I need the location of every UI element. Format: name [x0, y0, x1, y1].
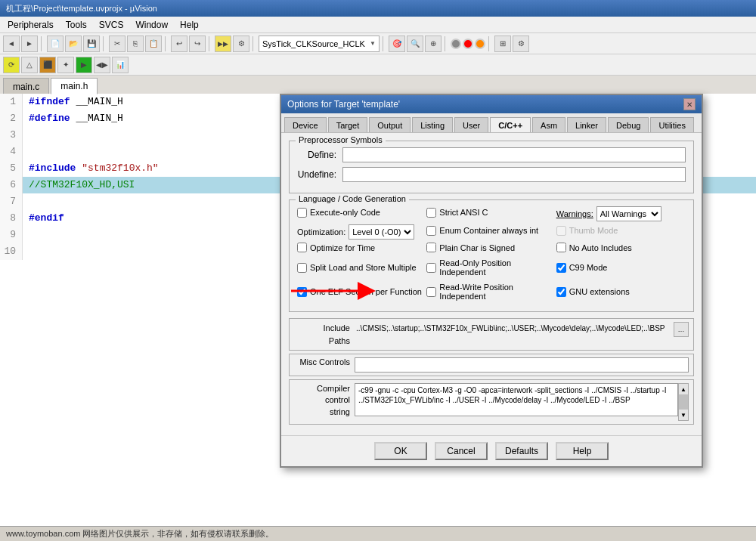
dtab-target[interactable]: Target [328, 117, 368, 132]
menu-peripherals[interactable]: Peripherals [3, 18, 58, 32]
scroll-up-btn[interactable]: ▲ [679, 384, 688, 394]
tb-debug[interactable]: ⚙ [233, 36, 249, 52]
tb-open[interactable]: 📂 [65, 36, 82, 52]
tb-sep3 [165, 36, 168, 51]
dialog-buttons: OK Cancel Defaults Help [281, 435, 702, 466]
no-auto-includes-checkbox[interactable] [556, 243, 566, 252]
dialog-close-button[interactable]: ✕ [683, 98, 696, 110]
execute-only-row: Execute-only Code [297, 208, 426, 218]
tb-target[interactable]: 🎯 [389, 36, 405, 52]
tb2-btn3[interactable]: ⬛ [39, 57, 56, 73]
tb-forward[interactable]: ► [21, 36, 38, 52]
optimization-row: Optimization: Level 0 (-O0) Level 1 (-O1… [297, 224, 426, 240]
tab-main-h[interactable]: main.h [51, 78, 98, 94]
undefine-label: Undefine: [297, 169, 342, 180]
warnings-select[interactable]: All Warnings No Warnings [596, 206, 662, 221]
one-elf-checkbox[interactable] [297, 287, 307, 297]
tb-sep7 [445, 36, 448, 51]
define-input[interactable] [342, 147, 686, 162]
menu-window[interactable]: Window [131, 18, 172, 32]
tb-misc3[interactable] [475, 39, 485, 49]
strict-ansi-checkbox[interactable] [426, 208, 436, 218]
tab-bar: main.c main.h [0, 76, 756, 95]
tb-settings[interactable]: ⚙ [513, 36, 529, 52]
preprocessor-label: Preprocessor Symbols [296, 135, 386, 144]
toolbar-dropdown[interactable]: SysTick_CLKSource_HCLK [259, 36, 380, 52]
menu-help[interactable]: Help [175, 18, 203, 32]
compiler-scrollbar: ▲ ▼ [678, 383, 689, 421]
tb-misc1[interactable] [451, 39, 461, 49]
dialog-body: Preprocessor Symbols Define: Undefine: L… [281, 133, 702, 435]
one-elf-row: One ELF Section per Function [297, 287, 426, 297]
tb-undo[interactable]: ↩ [171, 36, 187, 52]
c99-mode-checkbox[interactable] [556, 263, 566, 273]
tb-sep8 [488, 36, 491, 51]
tb-redo[interactable]: ↪ [189, 36, 206, 52]
optimization-select[interactable]: Level 0 (-O0) Level 1 (-O1) Level 2 (-O2… [349, 224, 414, 240]
optimize-time-checkbox[interactable] [297, 243, 307, 252]
status-bar: www.toymoban.com 网络图片仅供展示，非存储，如有侵权请联系删除。 [0, 526, 756, 541]
dtab-output[interactable]: Output [369, 117, 411, 132]
readwrite-pos-checkbox[interactable] [426, 287, 436, 297]
tb2-btn5[interactable]: ▶ [76, 57, 92, 73]
tb-back[interactable]: ◄ [3, 36, 20, 52]
tb-find[interactable]: 🔍 [407, 36, 423, 52]
title-bar: 机工程\Project\template.uvprojx - µVision [0, 0, 756, 17]
split-load-checkbox[interactable] [297, 263, 307, 273]
cancel-button[interactable]: Cancel [435, 442, 488, 460]
plain-char-checkbox[interactable] [426, 243, 436, 252]
tb2-btn6[interactable]: ◀▶ [94, 57, 110, 73]
misc-controls-label: Misc Controls [294, 357, 355, 366]
enum-container-checkbox[interactable] [426, 226, 436, 236]
dtab-debug[interactable]: Debug [608, 117, 649, 132]
menu-tools[interactable]: Tools [61, 18, 91, 32]
include-paths-group: IncludePaths ..\CMSIS;..\startup;..\STM3… [289, 318, 694, 351]
execute-only-checkbox[interactable] [297, 208, 307, 218]
include-paths-label: IncludePaths [294, 322, 355, 347]
lang-code-label: Language / Code Generation [296, 194, 409, 203]
tb-save[interactable]: 💾 [83, 36, 100, 52]
undefine-input[interactable] [342, 167, 686, 182]
dtab-cpp[interactable]: C/C++ [490, 117, 531, 132]
include-paths-browse[interactable]: … [674, 322, 689, 337]
thumb-mode-checkbox [556, 226, 566, 236]
readwrite-pos-row: Read-Write Position Independent [426, 283, 556, 301]
define-row: Define: [297, 147, 686, 162]
menu-svcs[interactable]: SVCS [94, 18, 129, 32]
help-button[interactable]: Help [556, 442, 609, 460]
readonly-pos-checkbox[interactable] [426, 263, 436, 273]
tb-new[interactable]: 📄 [47, 36, 64, 52]
dtab-utilities[interactable]: Utilities [650, 117, 693, 132]
defaults-button[interactable]: Defaults [495, 442, 548, 460]
tb-zoom[interactable]: ⊕ [425, 36, 442, 52]
tb2-btn1[interactable]: ⟳ [3, 57, 20, 73]
gnu-ext-checkbox[interactable] [556, 287, 566, 297]
dtab-listing[interactable]: Listing [412, 117, 453, 132]
dtab-user[interactable]: User [454, 117, 488, 132]
tb-build[interactable]: ▶▶ [215, 36, 231, 52]
define-label: Define: [297, 150, 342, 160]
toolbar2: ⟳ △ ⬛ ✦ ▶ ◀▶ 📊 [0, 54, 756, 76]
tb-sep2 [103, 36, 106, 51]
tb-misc2[interactable] [463, 39, 473, 49]
tb-sep6 [383, 36, 386, 51]
ok-button[interactable]: OK [374, 442, 427, 460]
tb-copy[interactable]: ⎘ [127, 36, 144, 52]
tb-paste[interactable]: 📋 [145, 36, 162, 52]
dialog-title-bar: Options for Target 'template' ✕ [281, 95, 702, 113]
tb2-btn2[interactable]: △ [21, 57, 38, 73]
dtab-asm[interactable]: Asm [532, 117, 565, 132]
tb2-btn7[interactable]: 📊 [112, 57, 129, 73]
tb2-btn4[interactable]: ✦ [57, 57, 74, 73]
tab-main-c[interactable]: main.c [3, 78, 49, 94]
tb-grid[interactable]: ⊞ [494, 36, 511, 52]
tb-cut[interactable]: ✂ [109, 36, 125, 52]
dtab-device[interactable]: Device [284, 117, 327, 132]
compiler-control-label: Compilercontrolstring [294, 383, 355, 418]
menu-bar: Peripherals Tools SVCS Window Help [0, 17, 756, 33]
misc-controls-value[interactable] [355, 357, 689, 373]
optimization-label: Optimization: [297, 227, 345, 236]
preprocessor-group: Preprocessor Symbols Define: Undefine: [289, 141, 694, 193]
scroll-down-btn[interactable]: ▼ [679, 410, 688, 420]
dtab-linker[interactable]: Linker [567, 117, 606, 132]
